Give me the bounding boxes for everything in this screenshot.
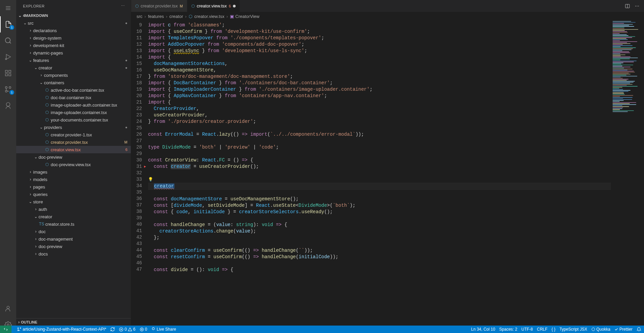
file-doc-preview-view[interactable]: ⬡doc-preview.view.tsx	[16, 161, 131, 168]
folder-declarations[interactable]: ›declarations	[16, 27, 131, 34]
source-control-icon[interactable]: 1	[0, 81, 16, 97]
cursor-position[interactable]: Ln 34, Col 10	[471, 327, 495, 332]
svg-rect-10	[9, 74, 11, 76]
breadcrumb-item[interactable]: src	[137, 14, 142, 19]
prettier[interactable]: Prettier	[614, 327, 633, 332]
problems[interactable]: 0 6	[119, 327, 135, 332]
folder-development-kit[interactable]: ›development-kit	[16, 42, 131, 49]
breadcrumb-symbol[interactable]: CreatorView	[235, 14, 259, 19]
live-share-label: Live Share	[157, 327, 176, 332]
folder-providers[interactable]: ⌄providers●	[16, 124, 131, 131]
folder-creator[interactable]: ⌄creator●	[16, 64, 131, 71]
react-icon: ⬡	[189, 14, 192, 19]
folder-dynamic-pages[interactable]: ›dynamic-pages	[16, 49, 131, 57]
breadcrumb-item[interactable]: creator	[169, 14, 183, 19]
more-actions-icon[interactable]: ⋯	[635, 3, 639, 8]
chevron-right-icon: ›	[18, 320, 20, 325]
encoding[interactable]: UTF-8	[521, 327, 533, 332]
project-name: 4MARKDOWN	[23, 14, 48, 18]
folder-src[interactable]: ⌄src●	[16, 19, 131, 27]
prettier-label: Prettier	[619, 327, 633, 332]
quokka[interactable]: Quokka	[591, 327, 610, 332]
explorer-icon[interactable]: 1	[0, 16, 16, 32]
status-bar: article/Using-Zustand-with-React-Context…	[0, 326, 644, 333]
activity-bar: 1 1	[0, 0, 16, 333]
split-editor-icon[interactable]	[625, 3, 630, 9]
menu-icon[interactable]	[0, 0, 16, 16]
file-creator-store[interactable]: TScreator.store.ts	[16, 220, 131, 228]
folder-auth[interactable]: ›auth	[16, 205, 131, 213]
folder-design-system[interactable]: ›design-system	[16, 34, 131, 42]
tab-bar: ⬡ creator.provider.tsx M ⬡ creator.view.…	[131, 0, 644, 12]
svg-point-13	[5, 87, 7, 89]
folder-doc-preview[interactable]: ⌄doc-preview	[16, 153, 131, 161]
warning-count: 6	[133, 327, 136, 332]
quokka-label: Quokka	[596, 327, 610, 332]
folder-queries[interactable]: ›queries	[16, 191, 131, 198]
ports-count: 0	[145, 327, 147, 332]
svg-point-6	[5, 59, 7, 60]
live-share-icon[interactable]	[0, 97, 16, 114]
svg-marker-5	[6, 54, 11, 60]
svg-point-3	[5, 38, 10, 43]
file-image-uploader-auth[interactable]: ⬡image-uploader-auth.container.tsx	[16, 101, 131, 109]
editor-group: ⬡ creator.provider.tsx M ⬡ creator.view.…	[131, 0, 644, 333]
folder-components[interactable]: ›components	[16, 71, 131, 79]
more-icon[interactable]: ⋯	[121, 4, 125, 8]
tab-label: creator.view.tsx	[197, 3, 227, 8]
eol[interactable]: CRLF	[537, 327, 547, 332]
folder-features[interactable]: ⌄features●	[16, 57, 131, 64]
file-creator-provider[interactable]: ⬡creator.provider.tsxM	[16, 138, 131, 146]
extensions-icon[interactable]	[0, 65, 16, 81]
file-your-documents[interactable]: ⬡your-documents.container.tsx	[16, 116, 131, 124]
breadcrumb-item[interactable]: creator.view.tsx	[194, 14, 224, 19]
section-outline[interactable]: › OUTLINE	[16, 318, 131, 326]
file-creator-view[interactable]: ⬡creator.view.tsx6	[16, 146, 131, 153]
git-branch[interactable]: article/Using-Zustand-with-React-Context…	[17, 327, 106, 332]
minimap[interactable]	[611, 21, 644, 333]
run-debug-icon[interactable]	[0, 49, 16, 65]
folder-store[interactable]: ⌄store	[16, 198, 131, 205]
sync-icon[interactable]	[110, 327, 115, 332]
brackets-icon[interactable]: { }	[552, 327, 555, 332]
ports[interactable]: 0	[140, 327, 147, 332]
folder-doc-preview-2[interactable]: ›doc-preview	[16, 243, 131, 250]
notifications-icon[interactable]	[637, 327, 641, 332]
branch-name: article/Using-Zustand-with-React-Context…	[23, 327, 106, 332]
folder-models[interactable]: ›models	[16, 176, 131, 183]
tab-label: creator.provider.tsx	[141, 3, 178, 8]
breadcrumbs[interactable]: src› features› creator› ⬡ creator.view.t…	[131, 12, 644, 21]
indentation[interactable]: Spaces: 2	[499, 327, 517, 332]
folder-pages[interactable]: ›pages	[16, 183, 131, 191]
file-creator-provider-1[interactable]: ⬡creator.provider-1.tsx	[16, 131, 131, 138]
svg-point-18	[18, 328, 18, 328]
folder-images[interactable]: ›images	[16, 168, 131, 176]
breadcrumb-item[interactable]: features	[148, 14, 164, 19]
folder-doc-management[interactable]: ›doc-management	[16, 235, 131, 243]
folder-containers[interactable]: ⌄containers	[16, 79, 131, 86]
tab-creator-view[interactable]: ⬡ creator.view.tsx 6	[187, 0, 240, 12]
remote-indicator[interactable]	[0, 326, 11, 333]
error-count: 0	[124, 327, 127, 332]
svg-rect-8	[9, 70, 11, 72]
live-share[interactable]: Live Share	[151, 327, 176, 332]
folder-doc[interactable]: ›doc	[16, 228, 131, 235]
file-image-uploader[interactable]: ⬡image-uploader.container.tsx	[16, 109, 131, 116]
language-mode[interactable]: TypeScript JSX	[559, 327, 587, 332]
accounts-icon[interactable]	[0, 301, 16, 317]
code-editor[interactable]: import c from 'classnames';import { useC…	[148, 21, 611, 333]
svg-point-26	[592, 328, 595, 331]
sidebar: EXPLORER ⋯ ⌄ 4MARKDOWN ⌄src● ›declaratio…	[16, 0, 131, 333]
search-icon[interactable]	[0, 32, 16, 49]
file-active-doc-bar[interactable]: ⬡active-doc-bar.container.tsx	[16, 86, 131, 94]
folder-creator-store[interactable]: ⌄creator	[16, 213, 131, 220]
svg-point-11	[9, 87, 11, 89]
symbol-icon: ▣	[230, 14, 234, 19]
tab-creator-provider[interactable]: ⬡ creator.provider.tsx M	[131, 0, 187, 12]
sidebar-title: EXPLORER	[23, 4, 45, 8]
file-doc-bar[interactable]: ⬡doc-bar.container.tsx	[16, 94, 131, 101]
folder-docs[interactable]: ›docs	[16, 250, 131, 258]
section-project[interactable]: ⌄ 4MARKDOWN	[16, 12, 131, 19]
svg-line-4	[9, 42, 11, 43]
scm-badge: 1	[9, 90, 14, 95]
